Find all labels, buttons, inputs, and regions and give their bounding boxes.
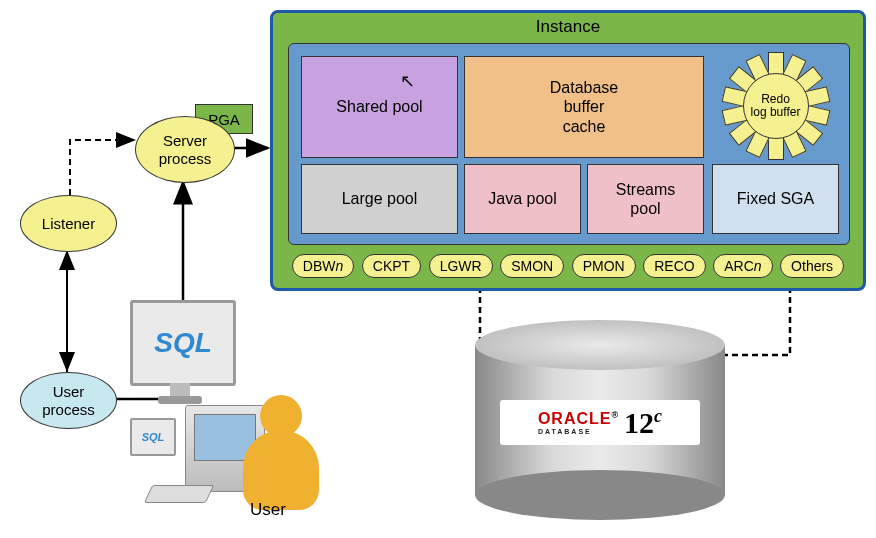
redo-log-buffer: Redo log buffer [712, 50, 837, 160]
monitor-icon: SQL [130, 300, 236, 386]
listener-node: Listener [20, 195, 117, 252]
database-label: ORACLE® DATABASE 12c [500, 400, 700, 445]
architecture-diagram: Instance Shared pool Database buffer cac… [0, 0, 876, 538]
bg-process-lgwr: LGWR [429, 254, 493, 278]
server-process-node: Server process [135, 116, 235, 183]
user-icon [225, 395, 320, 515]
user-workstation: SQL SQL [130, 300, 330, 510]
user-process-node: User process [20, 372, 117, 429]
bg-process-smon: SMON [500, 254, 564, 278]
small-monitor-icon: SQL [130, 418, 176, 456]
streams-pool: Streams pool [587, 164, 704, 234]
shared-pool: Shared pool [301, 56, 458, 158]
bg-process-others: Others [780, 254, 844, 278]
keyboard-icon [144, 485, 214, 503]
instance-container: Instance Shared pool Database buffer cac… [270, 10, 866, 291]
bg-process-pmon: PMON [572, 254, 636, 278]
bg-process-dbwn: DBWn [292, 254, 354, 278]
user-label: User [250, 500, 286, 520]
cursor-icon: ↖ [400, 70, 415, 92]
bg-process-ckpt: CKPT [362, 254, 421, 278]
instance-title: Instance [273, 13, 863, 41]
database-cylinder: ORACLE® DATABASE 12c [475, 320, 725, 515]
bg-process-arcn: ARCn [713, 254, 772, 278]
sga-container: Shared pool Database buffer cache Redo l… [288, 43, 850, 245]
java-pool: Java pool [464, 164, 581, 234]
background-processes-row: DBWnCKPTLGWRSMONPMONRECOARCnOthers [288, 251, 848, 281]
database-buffer-cache: Database buffer cache [464, 56, 704, 158]
fixed-sga: Fixed SGA [712, 164, 839, 234]
bg-process-reco: RECO [643, 254, 705, 278]
large-pool: Large pool [301, 164, 458, 234]
